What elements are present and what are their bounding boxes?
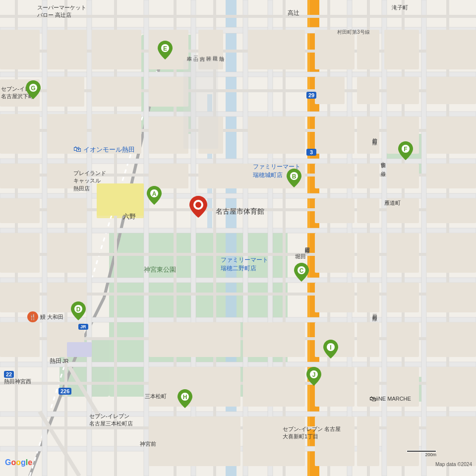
map-roads-svg [0, 0, 476, 476]
svg-rect-70 [357, 30, 379, 69]
svg-rect-100 [387, 283, 419, 312]
svg-rect-98 [315, 283, 355, 312]
svg-rect-111 [426, 367, 476, 407]
svg-text:C: C [299, 267, 304, 274]
svg-rect-87 [357, 164, 379, 188]
svg-rect-117 [426, 416, 476, 466]
svg-rect-92 [387, 198, 419, 223]
svg-rect-74 [357, 77, 379, 104]
label-vertical-road1: 熱瑞田穂神区宮内三山本線 [186, 52, 225, 53]
google-logo: Google [5, 458, 32, 467]
marker-e[interactable]: E [158, 41, 173, 61]
svg-rect-36 [382, 0, 387, 476]
svg-rect-122 [92, 114, 141, 154]
svg-rect-40 [114, 0, 117, 476]
svg-rect-62 [47, 77, 84, 107]
svg-rect-132 [0, 322, 40, 357]
svg-rect-105 [426, 322, 476, 357]
svg-text:F: F [404, 146, 407, 153]
marker-f[interactable]: F [398, 141, 413, 162]
svg-point-149 [195, 202, 201, 208]
svg-rect-31 [144, 0, 149, 476]
poi-owada[interactable]: 🍴 鰻 大和田 [27, 311, 63, 322]
svg-rect-130 [0, 283, 40, 312]
iine-marche-icon: 🛍 [369, 394, 376, 403]
svg-text:H: H [183, 394, 187, 401]
svg-rect-81 [357, 117, 379, 154]
svg-rect-116 [387, 416, 419, 466]
svg-rect-61 [47, 30, 87, 69]
label-hotta-road: 堀田田町線 [303, 243, 310, 245]
svg-rect-90 [315, 198, 355, 223]
svg-rect-88 [387, 164, 419, 188]
svg-rect-29 [42, 0, 47, 476]
svg-rect-129 [47, 233, 87, 273]
svg-rect-128 [0, 233, 40, 273]
svg-text:A: A [152, 190, 157, 197]
marker-i[interactable]: I [323, 340, 338, 360]
svg-rect-84 [149, 164, 188, 188]
marker-a[interactable]: A [147, 186, 162, 207]
svg-rect-107 [149, 322, 240, 357]
svg-rect-79 [248, 117, 305, 154]
svg-rect-104 [387, 322, 419, 357]
svg-rect-127 [47, 198, 87, 223]
map-copyright: Map data ©2024 [435, 462, 472, 467]
svg-rect-37 [421, 0, 426, 476]
marker-c[interactable]: C [294, 263, 309, 284]
svg-rect-121 [47, 114, 87, 154]
svg-rect-106 [243, 322, 305, 357]
svg-rect-120 [0, 114, 40, 154]
svg-rect-97 [426, 233, 476, 273]
svg-rect-63 [92, 30, 141, 69]
svg-rect-86 [315, 164, 355, 188]
svg-rect-66 [149, 77, 188, 107]
svg-rect-76 [426, 77, 476, 104]
svg-rect-17 [308, 0, 310, 476]
svg-rect-96 [387, 233, 419, 273]
svg-rect-101 [426, 283, 476, 312]
svg-rect-115 [357, 416, 379, 466]
label-atsuta-station: 熱田JR [50, 357, 68, 365]
route-badge-22: 22 [4, 371, 14, 378]
svg-rect-113 [149, 367, 240, 407]
route-badge-3: 3 [306, 149, 316, 156]
svg-rect-135 [183, 60, 218, 149]
svg-rect-68 [248, 30, 305, 69]
svg-rect-123 [0, 164, 40, 188]
route-badge-29: 29 [306, 92, 316, 99]
svg-rect-75 [387, 77, 419, 104]
svg-rect-126 [0, 198, 40, 223]
svg-text:J: J [312, 371, 316, 378]
marker-d[interactable]: D [71, 301, 86, 322]
svg-rect-99 [357, 283, 379, 312]
marker-j[interactable]: J [306, 367, 321, 388]
svg-rect-125 [97, 183, 144, 216]
svg-text:I: I [330, 344, 331, 351]
station-icon-atsuta: JR [78, 321, 88, 330]
marker-b[interactable]: B [287, 169, 301, 189]
svg-rect-72 [426, 30, 476, 69]
route-badge-226: 226 [59, 388, 71, 395]
svg-rect-83 [426, 117, 476, 154]
svg-rect-114 [315, 416, 355, 466]
svg-rect-69 [315, 30, 355, 69]
svg-rect-118 [243, 416, 305, 466]
svg-rect-94 [315, 233, 355, 273]
marker-main[interactable] [189, 196, 207, 220]
marker-h[interactable]: H [178, 389, 192, 410]
marker-g[interactable]: G [26, 80, 41, 101]
svg-rect-93 [426, 198, 476, 223]
svg-rect-89 [426, 164, 476, 188]
svg-rect-112 [243, 367, 305, 407]
svg-rect-95 [357, 233, 379, 273]
map-container[interactable]: スーパーマーケットバロー 高辻店 セブン-イレブン名古屋沢下町 🛍イオンモール熱… [0, 0, 476, 476]
svg-rect-91 [357, 198, 379, 223]
svg-rect-124 [47, 164, 87, 188]
svg-text:B: B [292, 173, 297, 180]
svg-rect-134 [67, 342, 92, 357]
svg-rect-48 [0, 15, 476, 18]
svg-rect-77 [149, 117, 188, 154]
svg-rect-80 [315, 117, 355, 154]
svg-rect-103 [357, 322, 379, 357]
